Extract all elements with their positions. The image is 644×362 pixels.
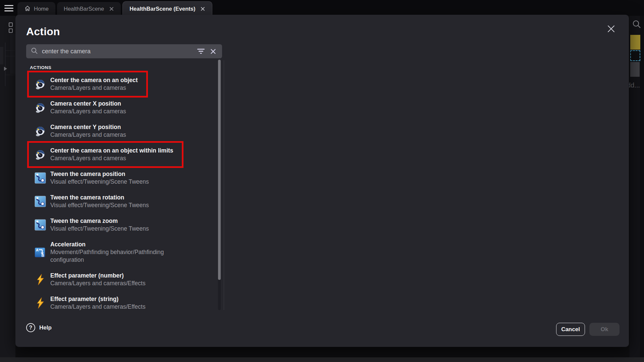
tab-home[interactable]: Home [17,2,55,16]
action-item-subtitle: Visual effect/Tweening/Scene Tweens [50,201,149,209]
webcam-icon [35,125,46,137]
event-block[interactable] [630,62,640,77]
action-list-item[interactable]: Tween the camera rotationVisual effect/T… [26,192,154,211]
action-list-item[interactable]: Center the camera on an objectCamera/Lay… [26,75,143,94]
dialog-title: Action [26,25,60,38]
layout-panels-icon[interactable] [9,22,13,33]
svg-text:A: A [36,248,39,252]
action-item-subtitle: Camera/Layers and cameras [50,155,173,162]
event-collapse-arrow-icon[interactable] [4,67,7,71]
section-header: ACTIONS [30,65,218,70]
tween-icon [35,172,46,184]
tab-label: HealthBarScene (Events) [129,6,195,12]
action-item-subtitle: Visual effect/Tweening/Scene Tweens [50,178,149,186]
action-item-title: Effect parameter (string) [50,295,146,303]
action-item-title: Effect parameter (number) [50,272,146,280]
action-item-title: Tween the camera position [50,170,149,178]
action-list-item[interactable]: Effect parameter (string)Camera/Layers a… [26,294,150,310]
event-tree-line [5,56,15,56]
action-item-title: Camera center X position [50,100,126,108]
webcam-icon [35,149,46,160]
action-list: ACTIONS Center the camera on an objectCa… [26,60,218,310]
action-item-subtitle: Camera/Layers and cameras [50,131,126,139]
help-button[interactable]: ? Help [26,323,52,332]
action-item-subtitle: Camera/Layers and cameras/Effects [50,303,146,310]
action-list-item[interactable]: Center the camera on an object within li… [26,145,178,164]
filter-icon[interactable] [196,48,206,55]
pathfinding-icon: A B [35,247,46,258]
action-list-item[interactable]: Tween the camera positionVisual effect/T… [26,169,154,187]
editor-bottom-bar [0,357,644,362]
scrollbar-track[interactable] [218,60,221,310]
lightning-icon [35,274,46,285]
action-list-item[interactable]: Effect parameter (number)Camera/Layers a… [26,270,150,289]
action-list-item[interactable]: Camera center Y positionCamera/Layers an… [26,122,131,140]
ok-button[interactable]: Ok [589,323,620,336]
help-icon: ? [26,323,35,332]
search-input[interactable] [42,48,192,55]
help-label: Help [39,324,52,331]
tween-icon [35,219,46,231]
close-icon [607,25,615,34]
dialog-close-button[interactable] [605,23,617,36]
webcam-icon [35,102,46,113]
webcam-icon [35,78,46,90]
event-block-highlighted[interactable] [630,35,640,50]
action-list-item[interactable]: Camera center X positionCamera/Layers an… [26,98,131,117]
action-item-title: Center the camera on an object within li… [50,147,173,155]
action-item-subtitle: Visual effect/Tweening/Scene Tweens [50,225,149,233]
tab-healthbarscene-events[interactable]: HealthBarScene (Events) [122,1,212,16]
hamburger-menu-icon[interactable] [4,5,14,11]
tab-label: HealthBarScene [64,6,104,12]
event-row-fragment [10,34,15,74]
action-item-subtitle: Camera/Layers and cameras [50,108,126,115]
action-list-item[interactable]: A B AccelerationMovement/Pathfinding beh… [26,239,196,265]
scrollbar-thumb[interactable] [218,60,221,280]
tab-bar: Home HealthBarScene HealthBarScene (Even… [17,1,212,16]
action-item-title: Acceleration [50,241,191,248]
close-icon[interactable] [109,6,114,11]
action-dialog: Action ACTIONS [15,15,629,347]
event-tree-line [5,50,15,51]
action-item-title: Tween the camera zoom [50,217,149,225]
action-item-title: Center the camera on an object [50,76,138,84]
tween-icon [35,196,46,207]
clear-search-icon[interactable] [210,48,217,55]
home-icon [24,5,31,13]
search-icon[interactable] [632,19,641,30]
events-editor-left-edge [0,16,15,357]
cancel-button[interactable]: Cancel [556,323,585,336]
topbar: Home HealthBarScene HealthBarScene (Even… [0,0,644,16]
close-icon[interactable] [200,6,205,11]
event-block-selected[interactable] [630,50,640,61]
action-item-subtitle: Movement/Pathfinding behavior/Pathfindin… [50,248,191,264]
event-tree-line [5,43,5,86]
action-item-subtitle: Camera/Layers and cameras/Effects [50,280,146,287]
tab-label: Home [34,6,49,12]
action-item-subtitle: Camera/Layers and cameras [50,84,138,92]
action-item-title: Tween the camera rotation [50,194,149,201]
tab-healthbarscene[interactable]: HealthBarScene [57,2,121,16]
list-divider [224,60,224,310]
editor-gutter [640,16,644,357]
lightning-icon [35,297,46,309]
action-search-bar [26,44,222,58]
search-icon [31,47,38,56]
event-row-fragment [0,47,3,64]
events-editor-right-edge: dd... [630,16,644,357]
action-list-item[interactable]: Tween the camera zoomVisual effect/Tween… [26,216,154,234]
action-item-title: Camera center Y position [50,123,126,131]
event-tree-line [5,75,15,75]
